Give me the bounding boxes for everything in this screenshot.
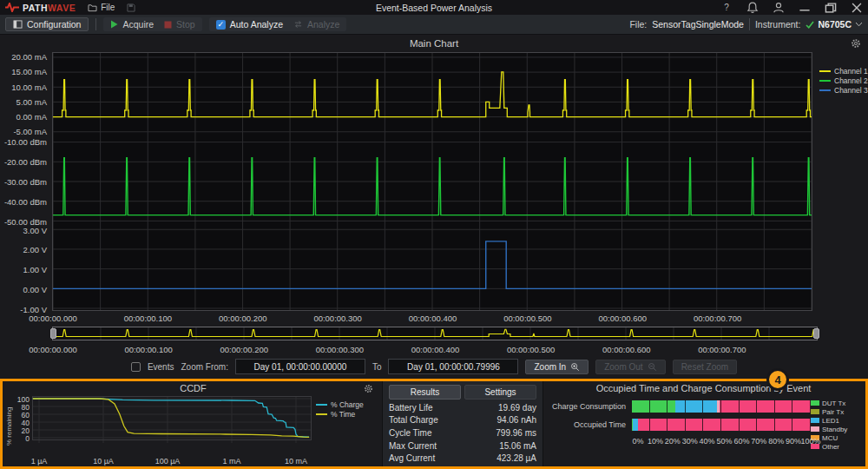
occupied-bars: Charge ConsumptionOccupied Time0%10%20%3… <box>547 396 811 466</box>
occupied-x-tick: 0% <box>632 437 643 446</box>
bar-segment-led1[interactable] <box>675 400 716 413</box>
x-tick-label: 00:00:00.700 <box>698 345 746 354</box>
result-value: 423.28 µA <box>496 453 536 463</box>
occupied-x-tick: 40% <box>700 437 715 446</box>
ccdf-y-ticks: 100806040200 <box>14 396 32 456</box>
brand-text: PATH <box>23 3 48 13</box>
play-icon <box>110 20 118 29</box>
main-chart-x-axis: 00:00:00.00000:00:00.10000:00:00.20000:0… <box>53 311 812 325</box>
y-tick-label: 1.00 V <box>23 265 47 274</box>
bar-track <box>632 419 811 431</box>
chevron-down-icon <box>855 22 863 27</box>
ccdf-panel: CCDF % remaining 100806040200 % Charge% … <box>3 381 382 466</box>
instrument-label: Instrument: <box>755 19 801 30</box>
ccdf-legend-entry[interactable]: % Time <box>316 409 382 419</box>
acquire-button[interactable]: Acquire <box>110 19 154 30</box>
ccdf-x-ticks: 1 µA10 µA100 µA1 mA10 mA <box>32 456 312 466</box>
ccdf-title: CCDF <box>180 383 207 393</box>
occupied-title: Occupied Time and Charge Consumption by … <box>547 383 860 396</box>
help-icon[interactable]: ? <box>720 2 733 14</box>
stop-icon <box>164 21 172 29</box>
ccdf-legend: % Charge% Time <box>312 396 382 456</box>
file-menu[interactable]: File <box>88 3 115 12</box>
configuration-button[interactable]: Configuration <box>5 17 89 31</box>
zoom-from-input[interactable] <box>235 359 365 374</box>
bar-label: Charge Consumption <box>547 402 632 411</box>
ccdf-x-tick: 1 µA <box>31 457 48 466</box>
y-tick-label: 20.00 mA <box>11 52 47 62</box>
y-tick-label: -20.00 dBm <box>4 157 47 167</box>
reset-zoom-button[interactable]: Reset Zoom <box>673 360 737 374</box>
notifications-icon[interactable] <box>746 2 759 14</box>
tab-settings[interactable]: Settings <box>464 385 536 400</box>
main-chart-plot[interactable] <box>52 52 812 311</box>
instrument-selector[interactable]: N6705C <box>806 19 863 30</box>
save-icon[interactable] <box>127 3 135 12</box>
legend-swatch <box>811 426 819 432</box>
occupied-panel: Occupied Time and Charge Consumption by … <box>543 381 865 466</box>
y-tick-label: 0.00 V <box>23 285 47 294</box>
result-row: Max Current15.06 mA <box>389 441 536 451</box>
occupied-x-tick: 100% <box>800 437 820 446</box>
main-chart-settings-gear-icon[interactable] <box>851 38 861 49</box>
bar-segment-standby[interactable] <box>717 400 720 413</box>
occupied-x-tick: 90% <box>786 437 801 446</box>
ccdf-x-tick: 10 µA <box>93 457 114 466</box>
ccdf-series <box>33 399 309 437</box>
legend-swatch <box>811 409 819 414</box>
minimize-icon[interactable] <box>799 2 811 14</box>
overview-strip[interactable] <box>52 327 818 340</box>
restore-icon[interactable] <box>825 2 837 14</box>
overview-right-handle[interactable] <box>813 328 819 339</box>
bar-segment-other[interactable] <box>720 400 811 413</box>
occupied-legend-entry[interactable]: LED1 <box>811 416 860 425</box>
bar-segment-dut-tx[interactable] <box>632 400 675 413</box>
main-chart: 20.00 mA15.00 mA10.00 mA5.00 mA0.00 mA-5… <box>0 52 868 311</box>
x-tick-label: 00:00:00.000 <box>29 314 76 323</box>
legend-entry[interactable]: Channel 2 <box>819 76 868 85</box>
overview-left-handle[interactable] <box>50 328 56 339</box>
legend-swatch <box>316 413 327 415</box>
occupied-x-tick: 30% <box>682 437 698 446</box>
y-tick-label: 0.00 mA <box>16 112 47 122</box>
ccdf-series <box>33 399 309 437</box>
zoom-in-button[interactable]: Zoom In <box>525 360 589 374</box>
ccdf-settings-gear-icon[interactable] <box>364 384 373 393</box>
events-checkbox[interactable] <box>131 362 141 372</box>
bar-row: Charge Consumption <box>547 400 811 413</box>
bar-segment-other[interactable] <box>638 419 811 431</box>
occupied-legend-entry[interactable]: DUT Tx <box>811 399 860 407</box>
auto-analyze-checkbox[interactable]: ✓ Auto Analyze <box>216 19 283 30</box>
results-table: Battery Life19.69 dayTotal Charge94.06 n… <box>389 401 536 465</box>
ccdf-plot[interactable] <box>32 396 312 443</box>
zoom-out-icon <box>648 362 657 372</box>
y-tick-label: 15.00 mA <box>11 67 47 76</box>
occupied-x-tick: 50% <box>716 437 732 446</box>
main-chart-y-axis: 20.00 mA15.00 mA10.00 mA5.00 mA0.00 mA-5… <box>0 52 52 311</box>
stop-button[interactable]: Stop <box>164 19 195 30</box>
occupied-legend-entry[interactable]: Standby <box>811 425 860 433</box>
occupied-legend-entry[interactable]: Pair Tx <box>811 407 860 416</box>
legend-entry[interactable]: Channel 1 <box>819 66 868 76</box>
bar-segment-led1[interactable] <box>633 419 638 431</box>
zoom-to-input[interactable] <box>388 359 518 374</box>
overview-x-axis: 00:00:00.00000:00:00.10000:00:00.20000:0… <box>53 342 818 354</box>
x-tick-label: 00:00:00.300 <box>313 314 361 323</box>
close-icon[interactable] <box>851 2 863 14</box>
legend-entry[interactable]: Channel 3 <box>819 85 868 95</box>
bar-row: Occupied Time <box>547 419 811 431</box>
y-tick-label: 5.00 mA <box>16 97 47 107</box>
y-tick-label: 3.00 V <box>23 226 47 235</box>
analyze-group: ✓ Auto Analyze Analyze <box>209 17 347 31</box>
step-badge: 4 <box>766 368 789 391</box>
zoom-in-icon <box>570 362 580 372</box>
tab-results[interactable]: Results <box>389 385 461 400</box>
occupied-x-tick: 70% <box>751 437 766 446</box>
x-tick-label: 00:00:00.000 <box>29 345 76 354</box>
bar-segment-dut-tx[interactable] <box>632 419 633 431</box>
zoom-to-label: To <box>372 362 382 372</box>
zoom-out-button[interactable]: Zoom Out <box>595 360 665 374</box>
user-icon[interactable] <box>773 2 785 14</box>
ccdf-legend-entry[interactable]: % Charge <box>316 400 382 409</box>
analyze-button[interactable]: Analyze <box>293 19 339 30</box>
